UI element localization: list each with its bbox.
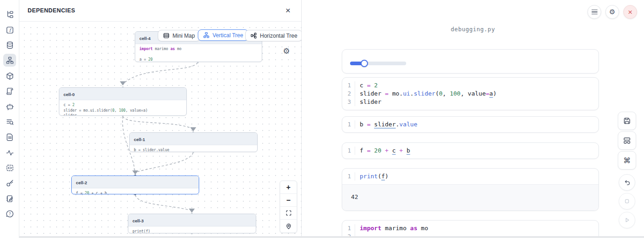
line-number: 1 <box>342 172 355 181</box>
line-number: 3 <box>342 98 355 106</box>
sidebar-item-tracing[interactable] <box>3 146 16 159</box>
sidebar-item-function[interactable]: f <box>3 23 16 36</box>
logs-scroll-icon <box>6 87 14 96</box>
node-code: print(f) <box>128 227 256 233</box>
node-title: cell-3 <box>132 218 144 223</box>
graph-node-cell-2[interactable]: cell-2 f = 20 + c + b <box>71 176 199 194</box>
stop-button[interactable] <box>619 193 635 210</box>
sidebar-item-ai-chat[interactable] <box>3 100 16 113</box>
sidebar-item-help[interactable]: ? <box>3 207 16 220</box>
graph-settings-gear-icon[interactable]: ⚙ <box>283 46 290 56</box>
line-number: 1 <box>342 120 355 129</box>
node-code: f = 20 + c + b <box>72 188 199 194</box>
snippets-icon <box>6 164 14 172</box>
dependency-graph-icon <box>6 56 14 65</box>
file-tree-icon <box>6 10 14 19</box>
code-cell-with-output[interactable]: 1print(f) 42 <box>342 168 599 211</box>
shutdown-button[interactable]: × <box>623 5 637 19</box>
sidebar-item-datasources[interactable] <box>3 39 16 51</box>
help-icon: ? <box>6 210 14 218</box>
svg-text:?: ? <box>9 212 11 216</box>
view-button-label: Vertical Tree <box>213 32 243 39</box>
close-panel-icon[interactable]: × <box>283 6 293 16</box>
marimo-app: f ? DEPENDENCIES × <box>0 0 644 238</box>
notebook-settings-button[interactable]: ⚙ <box>605 5 619 19</box>
sidebar-item-snippets[interactable] <box>3 161 16 174</box>
stop-icon <box>623 198 631 205</box>
command-icon: ⌘ <box>623 156 631 165</box>
play-icon <box>623 216 631 224</box>
location-pin-icon <box>285 223 292 230</box>
save-button[interactable] <box>618 112 636 130</box>
document-icon <box>6 133 14 142</box>
graph-node-cell-0[interactable]: cell-0 c = 2slider = mo.ui.slider(0, 100… <box>59 87 187 116</box>
node-code: c = 2slider = mo.ui.slider(0, 100, value… <box>59 100 186 116</box>
line-number: 2 <box>342 90 355 98</box>
line-number: 1 <box>342 224 355 232</box>
node-code: import marimo as mo a = 20 <box>135 44 262 62</box>
node-title: cell-0 <box>63 92 75 97</box>
node-title: cell-1 <box>134 137 145 142</box>
dependencies-header: DEPENDENCIES × <box>19 0 301 22</box>
keyboard-shortcuts-button[interactable]: ⌘ <box>618 151 636 170</box>
gear-icon: ⚙ <box>609 8 615 16</box>
code-cell[interactable]: 1import marimo as mo2 <box>342 220 599 238</box>
close-icon: × <box>628 8 632 16</box>
line-number: 1 <box>342 147 355 155</box>
dependency-graph-canvas[interactable]: cell-4 import marimo as mo a = 20 cell-0… <box>19 22 301 238</box>
code-cell[interactable]: 1c = 22slider = mo.ui.slider(0, 100, val… <box>342 77 599 110</box>
zoom-in-button[interactable]: + <box>280 181 297 194</box>
vertical-tree-icon <box>203 32 210 39</box>
fit-view-button[interactable] <box>280 207 297 220</box>
minimap-icon <box>163 32 170 39</box>
sidebar-item-secrets[interactable] <box>3 176 16 189</box>
graph-node-cell-3[interactable]: cell-3 print(f) <box>128 214 256 233</box>
package-icon <box>6 72 14 80</box>
sidebar-item-logs[interactable] <box>3 85 16 97</box>
sidebar-item-scratchpad[interactable] <box>3 192 16 205</box>
node-title: cell-2 <box>76 180 87 185</box>
code-cell[interactable]: 1b = slider.value <box>342 116 599 133</box>
sidebar-item-documentation[interactable] <box>3 130 16 143</box>
notebook-filename: debugging.py <box>302 26 644 33</box>
cell-output: 42 <box>342 184 598 210</box>
helper-panel-rail: f ? <box>0 0 19 238</box>
horizontal-scrollbar[interactable] <box>19 236 644 238</box>
layout-toggle-button[interactable] <box>618 131 636 150</box>
node-code: b = slider.value <box>130 145 257 152</box>
graph-node-cell-1[interactable]: cell-1 b = slider.value <box>129 132 258 152</box>
minimap-view-button[interactable]: Mini Map <box>158 30 200 41</box>
ai-chat-icon <box>6 102 14 111</box>
undo-button[interactable] <box>619 174 635 191</box>
center-view-button[interactable] <box>280 220 297 232</box>
sidebar-item-dependencies[interactable] <box>3 54 16 67</box>
sidebar-item-search-logs[interactable] <box>3 115 16 128</box>
code-cell[interactable]: 1f = 20 + c + b <box>342 142 599 159</box>
svg-text:f: f <box>9 27 12 32</box>
horizontal-tree-icon <box>250 32 257 39</box>
horizontal-tree-view-button[interactable]: Horizontal Tree <box>245 30 302 41</box>
run-button[interactable] <box>619 212 635 228</box>
function-icon: f <box>6 26 14 34</box>
slider-widget[interactable] <box>350 60 406 67</box>
secrets-key-icon <box>6 179 14 187</box>
node-title: cell-4 <box>139 36 150 41</box>
layout-icon <box>623 136 631 145</box>
vertical-tree-view-button[interactable]: Vertical Tree <box>198 29 248 41</box>
line-number: 1 <box>342 81 355 90</box>
database-icon <box>6 41 14 50</box>
slider-thumb[interactable] <box>361 60 368 67</box>
slider-output-cell[interactable] <box>342 49 599 74</box>
notebook-area: ⚙ × debugging.py 1c = 22slider = mo.ui.s… <box>302 0 644 238</box>
notebook-menu-button[interactable] <box>587 5 601 19</box>
zoom-out-button[interactable]: − <box>280 194 297 207</box>
sidebar-item-file-tree[interactable] <box>3 8 16 21</box>
undo-icon <box>623 179 631 187</box>
panel-title: DEPENDENCIES <box>28 7 75 14</box>
view-button-label: Horizontal Tree <box>260 33 297 39</box>
tracing-icon <box>6 148 14 157</box>
scratchpad-icon <box>6 194 14 203</box>
view-button-label: Mini Map <box>172 33 195 39</box>
sidebar-item-packages[interactable] <box>3 69 16 82</box>
fullscreen-icon <box>285 210 292 216</box>
